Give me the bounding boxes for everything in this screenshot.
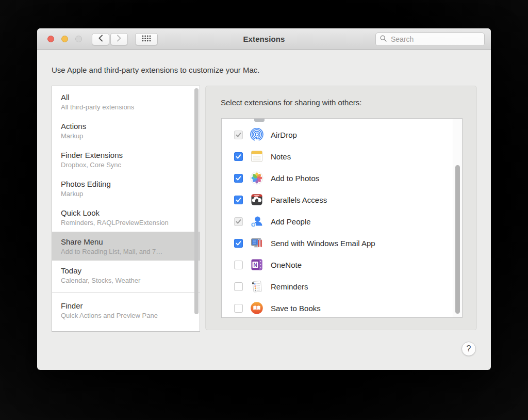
desktop-background: Extensions Use Apple and third-party ext… bbox=[0, 0, 528, 420]
windows-email-icon bbox=[250, 236, 263, 250]
sidebar-item-sublabel: Quick Actions and Preview Pane bbox=[61, 312, 184, 320]
extension-label: Add to Photos bbox=[271, 174, 319, 183]
list-scrollbar-thumb[interactable] bbox=[455, 165, 460, 314]
sidebar-divider bbox=[52, 292, 200, 293]
sidebar-item-touch-bar[interactable]: Touch Bar bbox=[52, 325, 200, 332]
books-icon bbox=[250, 301, 263, 315]
share-menu-panel: Select extensions for sharing with other… bbox=[205, 86, 477, 330]
extension-checkbox[interactable] bbox=[234, 196, 243, 204]
sidebar-item-sublabel: Markup bbox=[61, 190, 184, 198]
sidebar-item-sublabel: Calendar, Stocks, Weather bbox=[61, 277, 184, 285]
sidebar-item-quick-look[interactable]: Quick Look Reminders, RAQLPreviewExtensi… bbox=[52, 203, 200, 232]
sidebar-scrollbar-thumb[interactable] bbox=[194, 88, 199, 314]
extension-row-add-people: Add People bbox=[222, 211, 453, 232]
extension-label: Reminders bbox=[271, 282, 308, 291]
extension-label: Add People bbox=[271, 217, 311, 226]
extension-label: Save to Books bbox=[271, 304, 321, 313]
extension-label: Parallels Access bbox=[271, 196, 327, 204]
sidebar-item-sublabel: Markup bbox=[61, 132, 184, 140]
minimize-window-button[interactable] bbox=[61, 36, 68, 42]
sidebar-item-finder-extensions[interactable]: Finder Extensions Dropbox, Core Sync bbox=[52, 145, 200, 174]
sidebar-item-photos-editing[interactable]: Photos Editing Markup bbox=[52, 174, 200, 203]
search-field[interactable] bbox=[375, 33, 485, 46]
extension-row-send-with-windows-email-app: Send with Windows Email App bbox=[222, 232, 453, 254]
extension-row-parallels-access: Parallels Access bbox=[222, 189, 453, 211]
window-title: Extensions bbox=[192, 28, 336, 50]
parallels-access-icon bbox=[250, 193, 263, 206]
extension-label: Send with Windows Email App bbox=[271, 239, 375, 248]
extension-categories-list: All All third-party extensions Actions M… bbox=[52, 86, 200, 332]
add-people-icon bbox=[250, 215, 263, 228]
svg-text:N: N bbox=[253, 262, 257, 268]
list-scrollbar-track[interactable] bbox=[453, 119, 462, 317]
back-button[interactable] bbox=[92, 33, 109, 45]
extension-checkbox[interactable] bbox=[234, 282, 243, 291]
extension-row-reminders: Reminders bbox=[222, 276, 453, 297]
sidebar-item-today[interactable]: Today Calendar, Stocks, Weather bbox=[52, 261, 200, 289]
extension-label: Notes bbox=[271, 152, 291, 161]
sidebar-item-actions[interactable]: Actions Markup bbox=[52, 116, 200, 145]
extension-checkbox[interactable] bbox=[234, 239, 243, 248]
zoom-window-button bbox=[75, 36, 82, 42]
sidebar-item-all[interactable]: All All third-party extensions bbox=[52, 87, 200, 116]
close-window-button[interactable] bbox=[47, 36, 54, 42]
extension-checkbox[interactable] bbox=[234, 152, 243, 161]
extension-row-onenote: N OneNote bbox=[222, 254, 453, 276]
extension-row-notes: Notes bbox=[222, 146, 453, 167]
grid-icon bbox=[142, 35, 151, 44]
chevron-right-icon bbox=[117, 35, 122, 44]
sidebar-item-sublabel: Add to Reading List, Mail, and 7… bbox=[61, 248, 184, 256]
sidebar-item-sublabel: All third-party extensions bbox=[61, 103, 184, 111]
airdrop-icon bbox=[250, 128, 263, 141]
sidebar-item-share-menu[interactable]: Share Menu Add to Reading List, Mail, an… bbox=[52, 232, 200, 261]
sidebar-item-label: Quick Look bbox=[61, 208, 184, 218]
forward-button bbox=[110, 33, 128, 45]
search-icon bbox=[380, 35, 387, 44]
extension-checkbox[interactable] bbox=[234, 261, 243, 269]
reminders-icon bbox=[250, 280, 263, 293]
extension-label: AirDrop bbox=[271, 131, 297, 139]
sidebar-item-label: Finder Extensions bbox=[61, 150, 184, 160]
sidebar-item-finder[interactable]: Finder Quick Actions and Preview Pane bbox=[52, 296, 200, 325]
intro-text: Use Apple and third-party extensions to … bbox=[52, 66, 260, 74]
onenote-icon: N bbox=[250, 258, 263, 271]
share-extensions-list: AirDrop Notes Add to Photos bbox=[221, 118, 463, 318]
extensions-preferences-window: Extensions Use Apple and third-party ext… bbox=[37, 28, 491, 370]
extension-checkbox bbox=[234, 131, 243, 139]
panel-header: Select extensions for sharing with other… bbox=[221, 98, 361, 107]
sidebar-item-label: Finder bbox=[61, 301, 184, 311]
sidebar-item-label: All bbox=[61, 92, 184, 102]
extension-checkbox bbox=[234, 217, 243, 226]
extension-checkbox[interactable] bbox=[234, 304, 243, 313]
sidebar-item-label: Today bbox=[61, 266, 184, 276]
sidebar-item-sublabel: Dropbox, Core Sync bbox=[61, 161, 184, 169]
clipped-row-icon bbox=[254, 119, 265, 122]
extension-checkbox[interactable] bbox=[234, 174, 243, 183]
notes-icon bbox=[250, 150, 263, 163]
show-all-preferences-button[interactable] bbox=[135, 33, 158, 45]
extension-row-add-to-photos: Add to Photos bbox=[222, 167, 453, 189]
help-button[interactable]: ? bbox=[461, 342, 476, 356]
photos-icon bbox=[250, 171, 263, 185]
sidebar-item-sublabel: Reminders, RAQLPreviewExtension bbox=[61, 219, 184, 227]
sidebar-item-label: Share Menu bbox=[61, 237, 184, 247]
search-input[interactable] bbox=[390, 35, 485, 44]
chevron-left-icon bbox=[98, 35, 103, 44]
extension-row-save-to-books: Save to Books bbox=[222, 297, 453, 318]
sidebar-item-label: Touch Bar bbox=[61, 330, 184, 332]
sidebar-item-label: Photos Editing bbox=[61, 179, 184, 189]
extension-label: OneNote bbox=[271, 261, 302, 269]
titlebar[interactable]: Extensions bbox=[37, 28, 491, 50]
sidebar-item-label: Actions bbox=[61, 121, 184, 131]
extension-row-airdrop: AirDrop bbox=[222, 124, 453, 146]
